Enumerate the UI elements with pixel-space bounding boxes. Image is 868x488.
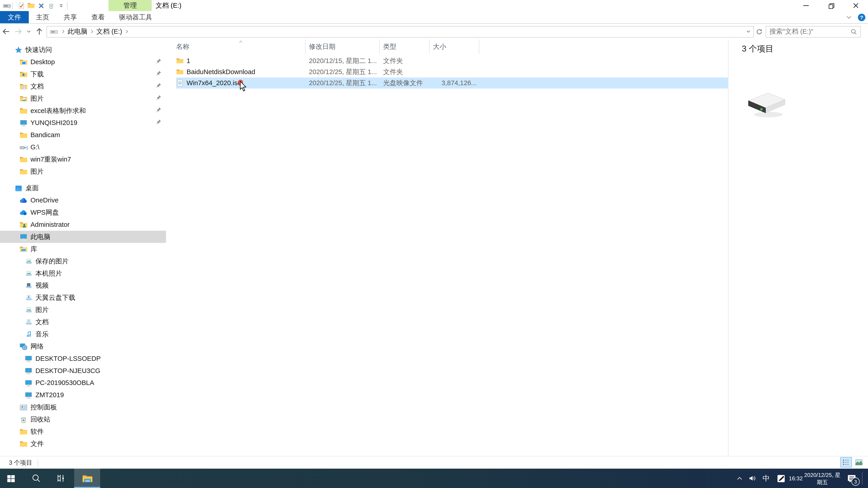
sidebar-item[interactable]: 保存的图片 — [0, 255, 166, 267]
sidebar-item[interactable]: PC-20190530OBLA — [0, 377, 166, 389]
search-icon[interactable] — [850, 28, 858, 35]
restore-button[interactable] — [818, 0, 843, 11]
sidebar-item[interactable]: ZMT2019 — [0, 389, 166, 401]
help-icon[interactable]: ? — [857, 13, 866, 22]
lib-music-icon — [24, 330, 33, 338]
sidebar-item[interactable]: 本机照片 — [0, 267, 166, 280]
sidebar-item[interactable]: Desktop — [0, 56, 166, 68]
address-dropdown-icon[interactable] — [746, 29, 751, 34]
sidebar-item-label: 图片 — [31, 167, 44, 176]
forward-icon[interactable] — [12, 26, 24, 38]
sidebar-item-label: 软件 — [31, 427, 44, 436]
sidebar-item[interactable]: 控制面板 — [0, 401, 166, 414]
sidebar-item[interactable]: 图片 — [0, 304, 166, 316]
sidebar-item[interactable]: Administrator — [0, 219, 166, 231]
file-row[interactable]: BaiduNetdiskDownload2020/12/25, 星期五 1...… — [176, 66, 728, 77]
contextual-tab-header: 管理 — [108, 0, 152, 11]
qat-dropdown-icon[interactable] — [56, 0, 66, 10]
tab-file[interactable]: 文件 — [0, 11, 29, 23]
refresh-icon[interactable] — [754, 26, 763, 37]
sidebar-item[interactable]: 文档 — [0, 316, 166, 328]
ribbon-collapse-icon[interactable] — [845, 13, 852, 21]
folder-icon — [176, 57, 184, 65]
sidebar-item[interactable]: Bandicam — [0, 129, 166, 141]
show-desktop-button[interactable] — [863, 468, 868, 488]
sidebar-item[interactable]: 回收站 — [0, 413, 166, 425]
ime-indicator[interactable]: 中 — [759, 468, 774, 488]
taskbar-search-button[interactable] — [25, 468, 47, 488]
notification-center-button[interactable]: 3 — [842, 468, 861, 488]
sidebar-item-label: OneDrive — [31, 196, 59, 204]
tab-home[interactable]: 主页 — [29, 11, 56, 23]
undo-check-icon[interactable] — [16, 0, 26, 10]
details-view-button[interactable] — [840, 457, 852, 468]
column-header[interactable]: 大小 — [430, 39, 479, 54]
tab-view[interactable]: 查看 — [84, 11, 112, 23]
tab-drive-tools[interactable]: 驱动器工具 — [112, 11, 160, 23]
drive-small-icon — [50, 27, 58, 36]
breadcrumb-current-drive[interactable]: 文档 (E:) — [95, 27, 123, 36]
search-input[interactable] — [766, 28, 850, 35]
up-icon[interactable] — [33, 26, 45, 38]
sidebar-item[interactable]: 图片 — [0, 165, 166, 177]
taskbar-explorer-button[interactable] — [74, 468, 100, 488]
lib-img-icon — [24, 269, 33, 278]
title-bar: 管理 文档 (E:) — [0, 0, 868, 11]
folder-icon — [20, 427, 28, 436]
close-button[interactable] — [843, 0, 868, 11]
lib-cloud-icon — [24, 293, 33, 302]
sidebar-item[interactable]: DESKTOP-NJEU3CG — [0, 365, 166, 377]
sidebar-item[interactable]: 快速访问 — [0, 43, 166, 56]
tray-chevron-icon[interactable] — [734, 468, 746, 488]
sidebar-item[interactable]: 库 — [0, 243, 166, 255]
sidebar-item[interactable]: YUNQISHI2019 — [0, 117, 166, 129]
tab-share[interactable]: 共享 — [57, 11, 84, 23]
address-bar[interactable]: 此电脑 文档 (E:) — [46, 26, 754, 37]
sidebar-item[interactable]: 文档 — [0, 80, 166, 92]
file-row[interactable]: Win7x64_2020.iso2020/12/25, 星期五 1...光盘映像… — [176, 77, 728, 89]
sidebar-item[interactable]: DESKTOP-LSSOEDP — [0, 352, 166, 365]
sidebar-item[interactable]: 下载 — [0, 68, 166, 80]
sidebar-item[interactable]: 文件 — [0, 437, 166, 450]
start-button[interactable] — [0, 468, 22, 488]
sidebar-item[interactable]: 此电脑 — [0, 231, 166, 243]
sidebar-item[interactable]: 视频 — [0, 280, 166, 292]
column-header[interactable]: 名称 — [176, 39, 306, 54]
sidebar-item[interactable]: 网络 — [0, 340, 166, 352]
volume-icon[interactable] — [746, 468, 759, 488]
iso-icon — [176, 79, 184, 87]
recent-locations-icon[interactable] — [24, 26, 33, 38]
breadcrumb-chevron-icon[interactable] — [124, 29, 129, 34]
sidebar-item-label: 回收站 — [31, 415, 51, 424]
sidebar-item[interactable]: ?G:\ — [0, 141, 166, 153]
search-box[interactable] — [766, 26, 861, 37]
column-header[interactable]: 修改日期 — [306, 39, 380, 54]
breadcrumb-chevron-icon[interactable] — [89, 29, 94, 34]
sidebar-item[interactable]: 音乐 — [0, 328, 166, 340]
sidebar-item[interactable]: win7重装win7 — [0, 153, 166, 165]
sidebar-item[interactable]: 桌面 — [0, 182, 166, 194]
sidebar-item[interactable]: OneDrive — [0, 194, 166, 206]
back-icon[interactable] — [0, 26, 12, 38]
pen-input-icon[interactable] — [773, 468, 789, 488]
recycle-icon[interactable] — [46, 0, 56, 10]
file-row[interactable]: 12020/12/15, 星期二 1...文件夹 — [176, 55, 728, 66]
desktop-screen: 管理 文档 (E:) 文件 主页 共享 查看 驱动器工具 ? — [0, 0, 868, 488]
sidebar-item[interactable]: excel表格制作求和 — [0, 105, 166, 117]
breadcrumb-this-pc[interactable]: 此电脑 — [66, 27, 89, 36]
new-folder-icon[interactable] — [26, 0, 36, 10]
sidebar-item[interactable]: WPS网盘 — [0, 206, 166, 219]
sidebar-item-label: 视频 — [35, 281, 49, 290]
sidebar-item[interactable]: 图片 — [0, 92, 166, 105]
task-view-button[interactable] — [50, 468, 72, 488]
sidebar-item[interactable]: 软件 — [0, 425, 166, 437]
minimize-button[interactable] — [793, 0, 818, 11]
delete-x-icon[interactable] — [36, 0, 46, 10]
sidebar-item[interactable]: 天翼云盘下载 — [0, 292, 166, 304]
taskbar-clock[interactable]: 16:32 2020/12/25, 星期五 — [789, 468, 842, 488]
thumbnail-view-button[interactable] — [853, 457, 865, 468]
file-date: 2020/12/25, 星期五 1... — [306, 78, 380, 88]
column-header[interactable]: 类型 — [380, 39, 430, 54]
file-type: 光盘映像文件 — [380, 78, 430, 88]
column-header-label: 大小 — [433, 42, 446, 51]
